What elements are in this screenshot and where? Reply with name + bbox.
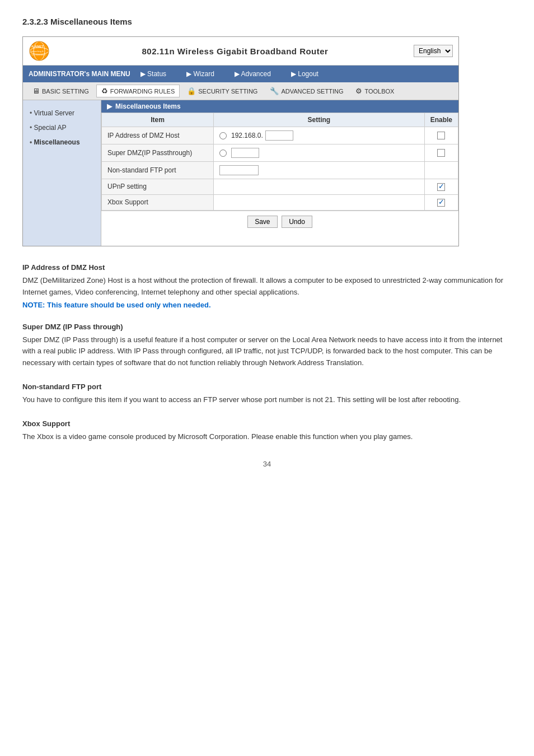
section-header: ▶ Miscellaneous Items [101, 100, 458, 113]
undo-button[interactable]: Undo [282, 216, 312, 228]
tab-advanced-setting[interactable]: 🔧 ADVANCED SETTING [265, 85, 348, 97]
save-button[interactable]: Save [247, 216, 277, 228]
desc-ftp-port: Non-standard FTP port You have to config… [22, 382, 512, 406]
row-setting-ftp [214, 162, 425, 179]
row-enable-ftp [424, 162, 458, 179]
sidebar-item-miscellaneous[interactable]: Miscellaneous [23, 135, 101, 150]
desc-xbox: Xbox Support The Xbox is a video game co… [22, 419, 512, 443]
tab-basic-setting[interactable]: 🖥 BASIC SETTING [27, 85, 94, 97]
row-enable-dmz [424, 127, 458, 144]
router-tabs: 🖥 BASIC SETTING ♻ FORWARDING RULES 🔒 SEC… [23, 82, 458, 100]
nav-main-menu[interactable]: ADMINISTRATOR's MAIN MENU [29, 70, 130, 78]
sidebar-item-special-ap[interactable]: Special AP [23, 120, 101, 135]
basic-setting-icon: 🖥 [32, 87, 40, 95]
router-logo: PLANET Networking & Communication [29, 40, 57, 62]
table-row: IP Address of DMZ Host 192.168.0. [102, 127, 458, 144]
router-main: ▶ Miscellaneous Items Item Setting Enabl… [101, 100, 458, 246]
security-setting-icon: 🔒 [187, 87, 196, 95]
dmz-checkbox[interactable] [437, 132, 445, 139]
advanced-setting-icon: 🔧 [270, 87, 279, 95]
router-ui: PLANET Networking & Communication 802.11… [22, 36, 459, 246]
page-title: 2.3.2.3 Miscellaneous Items [22, 17, 512, 26]
router-title: 802.11n Wireless Gigabit Broadband Route… [142, 46, 329, 56]
table-row: Non-standard FTP port [102, 162, 458, 179]
nav-logout[interactable]: ▶ Logout [291, 70, 329, 78]
tab-toolbox[interactable]: ⚙ TOOLBOX [350, 85, 399, 97]
section-title: Miscellaneous Items [115, 102, 181, 110]
desc-xbox-title: Xbox Support [22, 419, 512, 428]
row-enable-xbox [424, 194, 458, 210]
desc-xbox-text: The Xbox is a video game console produce… [22, 431, 512, 443]
buttons-row: Save Undo [101, 211, 458, 232]
router-content: Virtual Server Special AP Miscellaneous … [23, 100, 458, 246]
desc-dmz-host-note: NOTE: This feature should be used only w… [22, 301, 512, 309]
row-setting-dmz: 192.168.0. [214, 127, 425, 144]
desc-super-dmz: Super DMZ (IP Pass through) Super DMZ (I… [22, 323, 512, 369]
row-setting-super-dmz [214, 144, 425, 162]
table-row: Super DMZ(IP Passthrough) [102, 144, 458, 162]
language-select[interactable]: English [414, 45, 453, 57]
row-label-dmz: IP Address of DMZ Host [102, 127, 214, 144]
desc-dmz-host-text: DMZ (DeMilitarized Zone) Host is a host … [22, 275, 512, 298]
section-arrow-icon: ▶ [107, 102, 112, 110]
desc-ftp-text: You have to configure this item if you w… [22, 394, 512, 406]
router-sidebar: Virtual Server Special AP Miscellaneous [23, 100, 101, 246]
tab-forwarding-rules[interactable]: ♻ FORWARDING RULES [96, 85, 180, 97]
dmz-ip-prefix: 192.168.0. [231, 132, 263, 139]
col-setting: Setting [214, 113, 425, 127]
desc-dmz-host-title: IP Address of DMZ Host [22, 263, 512, 272]
row-enable-upnp [424, 179, 458, 195]
tab-security-setting[interactable]: 🔒 SECURITY SETTING [182, 85, 263, 97]
desc-super-dmz-text: Super DMZ (IP Pass through) is a useful … [22, 334, 512, 369]
table-row: Xbox Support [102, 194, 458, 210]
dmz-radio-button[interactable] [219, 132, 227, 139]
table-row: UPnP setting [102, 179, 458, 195]
row-setting-xbox [214, 194, 425, 210]
settings-table: Item Setting Enable IP Address of DMZ Ho… [101, 113, 458, 211]
row-label-xbox: Xbox Support [102, 194, 214, 210]
desc-ftp-title: Non-standard FTP port [22, 382, 512, 391]
nav-wizard[interactable]: ▶ Wizard [186, 70, 224, 78]
super-dmz-radio[interactable] [219, 150, 227, 157]
row-enable-super-dmz [424, 144, 458, 162]
toolbox-icon: ⚙ [355, 87, 362, 95]
page-number: 34 [22, 460, 512, 468]
forwarding-rules-icon: ♻ [101, 87, 108, 95]
planet-logo-icon: PLANET Networking & Communication [29, 40, 57, 62]
xbox-checkbox[interactable] [437, 199, 445, 207]
col-item: Item [102, 113, 214, 127]
sidebar-item-virtual-server[interactable]: Virtual Server [23, 106, 101, 120]
row-label-ftp: Non-standard FTP port [102, 162, 214, 179]
row-setting-upnp [214, 179, 425, 195]
row-label-upnp: UPnP setting [102, 179, 214, 195]
router-nav: ADMINISTRATOR's MAIN MENU ▶ Status ▶ Wiz… [23, 66, 458, 82]
nav-advanced[interactable]: ▶ Advanced [235, 70, 281, 78]
row-label-super-dmz: Super DMZ(IP Passthrough) [102, 144, 214, 162]
col-enable: Enable [424, 113, 458, 127]
desc-super-dmz-title: Super DMZ (IP Pass through) [22, 323, 512, 331]
svg-text:Networking &: Networking & [30, 50, 44, 53]
svg-text:Communication: Communication [30, 53, 46, 56]
ftp-port-input[interactable] [219, 165, 259, 175]
router-header: PLANET Networking & Communication 802.11… [23, 37, 458, 66]
desc-dmz-host: IP Address of DMZ Host DMZ (DeMilitarize… [22, 263, 512, 309]
dmz-ip-input[interactable] [265, 130, 293, 141]
super-dmz-checkbox[interactable] [437, 149, 445, 157]
super-dmz-input[interactable] [231, 148, 259, 158]
nav-status[interactable]: ▶ Status [140, 70, 176, 78]
upnp-checkbox[interactable] [437, 183, 445, 191]
